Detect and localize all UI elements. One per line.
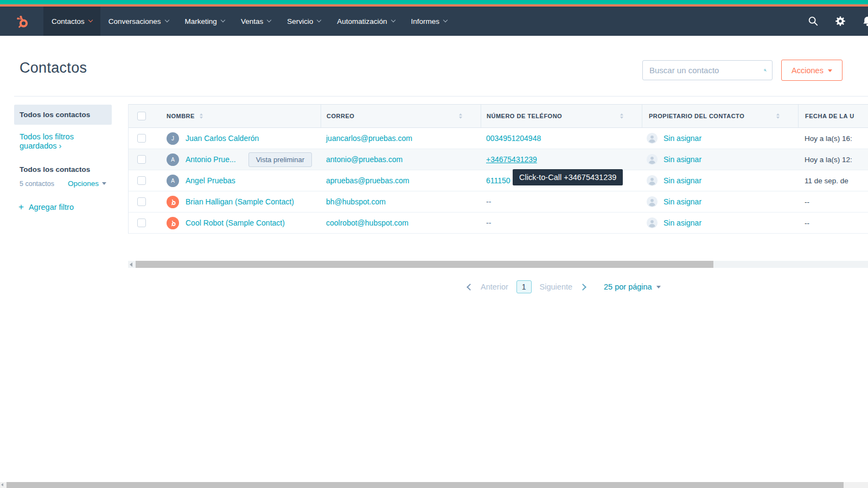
last-update-date: Hoy a la(s) 16:: [798, 134, 868, 143]
chevron-down-icon: [267, 18, 271, 22]
owner-avatar-icon: [646, 153, 658, 165]
pagination: Anterior 1 Siguiente: [468, 280, 585, 293]
search-icon[interactable]: [807, 15, 819, 27]
contacts-table: NOMBRE CORREO NÚMERO DE TELÉFONO PROPIET…: [128, 104, 868, 235]
options-label: Opciones: [68, 179, 99, 188]
row-checkbox[interactable]: [137, 155, 146, 164]
column-label: PROPIETARIO DEL CONTACTO: [649, 113, 744, 119]
nav-item-label: Ventas: [241, 17, 263, 25]
sort-icon: [459, 113, 462, 119]
owner-avatar-icon: [646, 217, 658, 229]
column-header-propietario[interactable]: PROPIETARIO DEL CONTACTO: [642, 105, 798, 127]
empty-phone-value: --: [486, 219, 491, 227]
contact-avatar: A: [167, 153, 179, 166]
column-header-nombre[interactable]: NOMBRE: [161, 105, 321, 127]
scroll-left-arrow-icon[interactable]: [130, 262, 132, 267]
row-checkbox[interactable]: [137, 176, 146, 185]
contact-name-link[interactable]: Angel Pruebas: [186, 176, 235, 185]
nav-item-automatizacion[interactable]: Automatización: [329, 7, 403, 36]
contact-name-link[interactable]: Juan Carlos Calderón: [186, 134, 259, 143]
row-checkbox[interactable]: [137, 134, 146, 143]
contact-phone-link[interactable]: 0034951204948: [486, 134, 541, 143]
row-checkbox[interactable]: [137, 219, 146, 227]
chevron-right-icon[interactable]: [579, 284, 586, 291]
nav-item-label: Automatización: [337, 17, 387, 25]
column-header-fecha[interactable]: FECHA DE LA U: [798, 105, 868, 127]
contact-phone-link[interactable]: +34675431239: [486, 155, 537, 164]
next-page-button[interactable]: Siguiente: [540, 282, 572, 291]
contact-name-link[interactable]: Cool Robot (Sample Contact): [186, 219, 285, 227]
search-icon[interactable]: [764, 65, 767, 75]
contact-email-link[interactable]: apruebas@pruebas.com: [326, 176, 410, 185]
top-strip-teal: [0, 0, 868, 4]
last-update-date: 11 de sep. de: [798, 177, 868, 185]
table-row: Brian Halligan (Sample Contact) bh@hubsp…: [129, 191, 868, 213]
settings-gear-icon[interactable]: [834, 15, 846, 27]
owner-link[interactable]: Sin asignar: [663, 219, 701, 227]
table-row: A Antonio Prue... Vista preliminar anton…: [129, 149, 868, 170]
scroll-left-arrow-icon[interactable]: [1, 483, 3, 486]
nav-item-servicio[interactable]: Servicio: [279, 7, 329, 36]
table-row: A Angel Pruebas apruebas@pruebas.com 611…: [129, 170, 868, 191]
contact-email-link[interactable]: bh@hubspot.com: [326, 197, 386, 206]
table-header-row: NOMBRE CORREO NÚMERO DE TELÉFONO PROPIET…: [129, 104, 868, 128]
options-dropdown[interactable]: Opciones: [68, 179, 106, 188]
contact-avatar: A: [167, 175, 179, 187]
contact-email-link[interactable]: juancarlos@pruebas.com: [326, 134, 412, 143]
nav-item-informes[interactable]: Informes: [403, 7, 456, 36]
owner-link[interactable]: Sin asignar: [663, 155, 701, 164]
contact-name-link[interactable]: Brian Halligan (Sample Contact): [186, 197, 294, 206]
current-page-button[interactable]: 1: [516, 280, 532, 293]
previous-page-button[interactable]: Anterior: [481, 282, 508, 291]
main-navbar: Contactos Conversaciones Marketing Venta…: [0, 7, 868, 36]
filters-sidebar: Todos los contactos Todos los filtros gu…: [14, 105, 112, 211]
scrollbar-thumb[interactable]: [136, 261, 713, 268]
select-all-cell: [129, 105, 161, 127]
sort-icon: [776, 113, 780, 119]
search-input[interactable]: [643, 66, 764, 75]
header-divider: [14, 96, 868, 97]
nav-item-contactos[interactable]: Contactos: [43, 7, 100, 36]
owner-link[interactable]: Sin asignar: [663, 134, 701, 143]
sidebar-item-all-contacts[interactable]: Todos los contactos: [14, 105, 112, 125]
owner-link[interactable]: Sin asignar: [663, 176, 701, 185]
contact-phone-link[interactable]: 611150: [486, 176, 510, 185]
scrollbar-thumb[interactable]: [7, 482, 844, 488]
chevron-down-icon: [317, 18, 321, 22]
view-heading: Todos los contactos: [14, 165, 112, 174]
notifications-bell-icon[interactable]: [861, 15, 868, 27]
nav-item-conversaciones[interactable]: Conversaciones: [100, 7, 177, 36]
page-horizontal-scrollbar: [0, 482, 868, 488]
nav-item-label: Contactos: [52, 17, 85, 25]
empty-date-value: --: [798, 219, 868, 227]
navbar-right-icons: [807, 7, 868, 36]
owner-avatar-icon: [646, 196, 658, 208]
chevron-down-icon: [656, 286, 661, 288]
per-page-dropdown[interactable]: 25 por página: [604, 282, 661, 291]
nav-item-marketing[interactable]: Marketing: [177, 7, 233, 36]
contact-name-link[interactable]: Antonio Prue...: [186, 155, 236, 164]
contact-email-link[interactable]: antonio@pruebas.com: [326, 155, 403, 164]
select-all-checkbox[interactable]: [137, 112, 146, 120]
count-row: 5 contactos Opciones: [14, 179, 112, 188]
owner-link[interactable]: Sin asignar: [663, 197, 701, 206]
chevron-down-icon: [828, 69, 832, 72]
contact-email-link[interactable]: coolrobot@hubspot.com: [326, 219, 409, 227]
column-header-correo[interactable]: CORREO: [321, 105, 481, 127]
column-header-telefono[interactable]: NÚMERO DE TELÉFONO: [481, 105, 642, 127]
hubspot-sprocket-icon: [14, 14, 29, 29]
saved-filters-link[interactable]: Todos los filtros guardados ›: [14, 132, 95, 150]
chevron-left-icon[interactable]: [467, 284, 474, 291]
chevron-down-icon: [102, 182, 106, 185]
preview-button[interactable]: Vista preliminar: [248, 152, 312, 167]
nav-item-label: Servicio: [287, 17, 313, 25]
empty-date-value: --: [798, 198, 868, 206]
chevron-down-icon: [221, 18, 225, 22]
nav-item-label: Conversaciones: [108, 17, 161, 25]
row-checkbox[interactable]: [137, 197, 146, 206]
actions-button[interactable]: Acciones: [781, 60, 843, 81]
hubspot-logo[interactable]: [0, 7, 43, 36]
nav-item-ventas[interactable]: Ventas: [233, 7, 279, 36]
add-filter-button[interactable]: + Agregar filtro: [14, 202, 112, 211]
chevron-down-icon: [88, 18, 93, 22]
